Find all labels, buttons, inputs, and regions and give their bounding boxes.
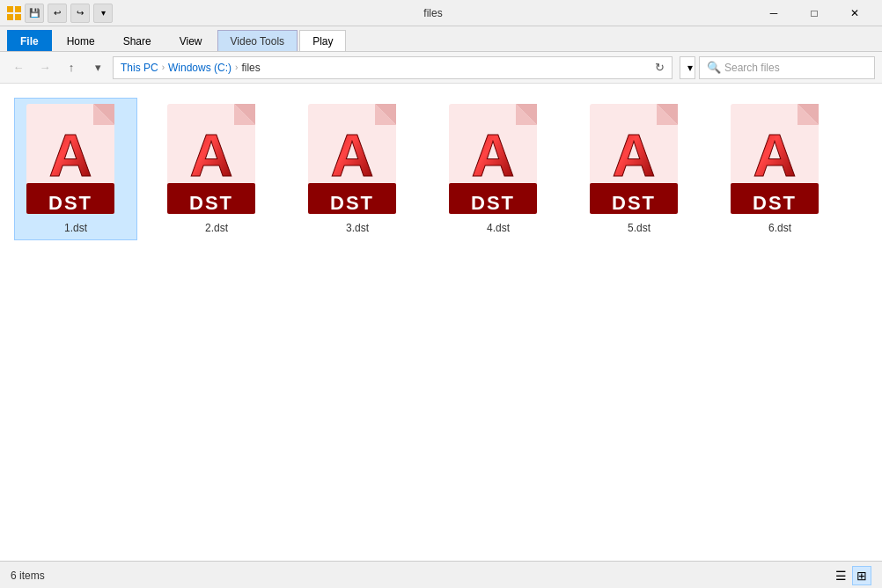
back-button[interactable]: ← [7,56,30,79]
file-item[interactable]: A DST 6.dst [718,98,842,240]
svg-text:DST: DST [471,192,515,214]
separator-2: › [235,62,238,72]
tab-home[interactable]: Home [54,30,108,51]
close-button[interactable]: ✕ [834,0,875,26]
svg-rect-0 [7,6,13,12]
file-item[interactable]: A DST 5.dst [577,98,701,240]
title-bar: 💾 ↩ ↪ ▾ files ─ □ ✕ [0,0,882,26]
dst-file-icon: A DST [23,104,129,218]
dst-file-icon: A DST [445,104,551,218]
svg-rect-1 [15,6,21,12]
dst-file-icon: A DST [305,104,410,218]
window-title: files [113,7,753,19]
tab-file[interactable]: File [7,30,52,51]
dst-file-icon: A DST [164,104,269,218]
dst-file-icon: A DST [586,104,692,218]
ribbon: File Home Share View Video Tools Play [0,26,882,52]
svg-text:A: A [471,121,514,188]
file-name: 3.dst [346,222,369,234]
large-icons-view-btn[interactable]: ⊞ [852,566,871,585]
tab-share[interactable]: Share [110,30,165,51]
file-item[interactable]: A DST 1.dst [14,98,137,240]
file-name: 5.dst [628,222,650,234]
svg-text:A: A [330,121,373,188]
file-name: 4.dst [487,222,510,234]
separator-1: › [162,62,165,72]
tab-video-tools[interactable]: Video Tools [217,30,298,51]
tab-view[interactable]: View [166,30,216,51]
maximize-button[interactable]: □ [794,0,834,26]
app-icon [7,6,21,20]
item-count: 6 items [11,570,45,582]
file-item[interactable]: A DST 3.dst [296,98,419,240]
search-placeholder: Search files [724,62,780,74]
svg-text:A: A [189,121,232,188]
content-area: A DST 1.dst A DST 2.dst [0,84,882,561]
svg-text:DST: DST [48,192,92,214]
address-refresh-btn[interactable]: ↻ [655,61,665,74]
address-bar[interactable]: This PC › Windows (C:) › files ↻ [113,56,673,79]
up-button[interactable]: ↑ [60,56,83,79]
minimize-button[interactable]: ─ [753,0,794,26]
svg-text:DST: DST [612,192,656,214]
recent-locations-button[interactable]: ▾ [86,56,109,79]
forward-button[interactable]: → [33,56,56,79]
save-quick-btn[interactable]: 💾 [25,4,44,23]
details-view-btn[interactable]: ☰ [831,566,850,585]
toolbar-area: ← → ↑ ▾ This PC › Windows (C:) › files ↻… [0,52,882,84]
title-controls: ─ □ ✕ [753,0,875,26]
file-item[interactable]: A DST 4.dst [437,98,560,240]
title-bar-left: 💾 ↩ ↪ ▾ [7,4,113,23]
undo-quick-btn[interactable]: ↩ [48,4,67,23]
svg-text:A: A [48,121,92,188]
breadcrumb-thispc[interactable]: This PC [121,62,158,74]
svg-rect-2 [7,14,13,20]
dst-file-icon: A DST [727,104,833,218]
breadcrumb-files[interactable]: files [241,62,260,74]
search-icon: 🔍 [707,61,721,74]
address-dropdown[interactable]: ▾ [680,56,695,79]
svg-text:DST: DST [753,192,797,214]
status-bar: 6 items ☰ ⊞ [0,561,882,588]
tab-play[interactable]: Play [299,30,346,51]
breadcrumb-drive[interactable]: Windows (C:) [168,62,232,74]
file-name: 6.dst [768,222,791,234]
search-bar[interactable]: 🔍 Search files [699,56,875,79]
file-name: 1.dst [64,222,87,234]
svg-text:DST: DST [189,192,233,214]
redo-quick-btn[interactable]: ↪ [70,4,90,23]
more-quick-btn[interactable]: ▾ [93,4,113,23]
svg-text:A: A [612,121,655,188]
view-buttons: ☰ ⊞ [831,566,871,585]
ribbon-tabs: File Home Share View Video Tools Play [0,26,882,51]
svg-text:DST: DST [330,192,374,214]
svg-text:A: A [753,121,796,188]
svg-rect-3 [15,14,21,20]
file-item[interactable]: A DST 2.dst [155,98,278,240]
file-name: 2.dst [205,222,228,234]
